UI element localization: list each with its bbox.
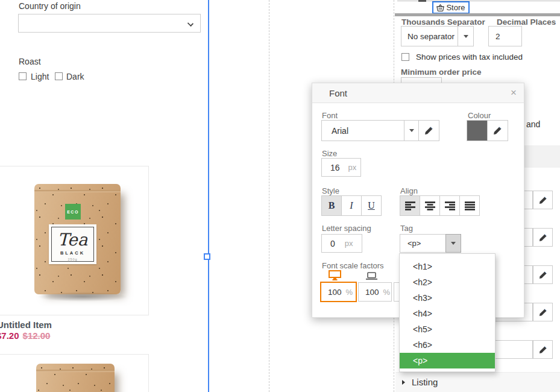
tag-select[interactable]: <p> xyxy=(400,234,446,253)
pencil-icon xyxy=(539,271,547,279)
thousands-separator-label: Thousands Separator xyxy=(401,17,485,27)
tag-option-h3[interactable]: <h3> xyxy=(400,290,495,306)
page-editor-canvas: Country of origin Roast Light Dark ECO T… xyxy=(0,0,560,392)
product-title[interactable]: Untitled Item xyxy=(0,320,52,330)
clipped-text-fragment: and xyxy=(526,119,540,129)
minimum-order-price-label: Minimum order price xyxy=(401,68,482,77)
bag-shadow xyxy=(37,292,128,302)
roast-dark-checkbox[interactable] xyxy=(55,72,63,80)
align-right-icon xyxy=(445,201,455,210)
align-label: Align xyxy=(400,186,418,195)
tag-option-h4[interactable]: <h4> xyxy=(400,306,495,321)
roast-light-checkbox[interactable] xyxy=(19,72,27,80)
country-of-origin-label: Country of origin xyxy=(19,1,81,11)
product-image-tea-bag xyxy=(36,364,115,392)
tag-option-h1[interactable]: <h1> xyxy=(400,259,495,274)
store-basket-icon xyxy=(436,4,444,11)
bag-seal xyxy=(34,190,121,192)
style-label: Style xyxy=(322,186,339,195)
product-price: $7.20 xyxy=(0,330,19,341)
align-justify-button[interactable] xyxy=(459,195,480,216)
bag-seal xyxy=(36,370,115,372)
tag-option-h2[interactable]: <h2> xyxy=(400,274,495,290)
edit-font-button[interactable] xyxy=(533,228,553,247)
edit-font-button[interactable] xyxy=(533,265,553,284)
size-label: Size xyxy=(322,149,337,158)
edit-font-button[interactable] xyxy=(533,191,553,209)
decimal-places-value: 2 xyxy=(496,32,500,41)
scale-unit: % xyxy=(383,288,391,297)
tag-option-h6[interactable]: <h6> xyxy=(400,337,495,353)
size-unit: px xyxy=(348,163,357,172)
scale-desktop-value: 100 xyxy=(328,288,342,297)
tag-value: <p> xyxy=(407,239,421,248)
align-left-icon xyxy=(405,201,415,210)
letter-spacing-input[interactable]: 0 px xyxy=(321,234,362,253)
edit-colour-button[interactable] xyxy=(487,120,508,141)
italic-button[interactable]: I xyxy=(341,195,362,216)
align-left-button[interactable] xyxy=(400,195,420,216)
tag-option-p[interactable]: <p> xyxy=(400,353,495,368)
panel-divider xyxy=(395,13,560,16)
align-center-icon xyxy=(425,201,435,210)
section-listing[interactable]: Listing xyxy=(402,377,438,387)
thousands-separator-value: No separator xyxy=(407,32,455,41)
roast-light-label: Light xyxy=(31,72,49,81)
tea-label-variant: BLACK xyxy=(52,250,93,256)
letter-spacing-value: 0 xyxy=(330,239,335,248)
underline-glyph: U xyxy=(368,200,375,211)
bold-glyph: B xyxy=(329,200,335,211)
size-value: 16 xyxy=(330,163,340,172)
align-right-button[interactable] xyxy=(439,195,460,216)
dropdown-arrow-icon xyxy=(409,129,414,132)
pencil-icon xyxy=(424,126,433,135)
tax-included-label: Show prices with tax included xyxy=(416,52,523,62)
tab-store[interactable]: Store xyxy=(432,1,470,14)
roast-label: Roast xyxy=(19,57,41,66)
italic-glyph: I xyxy=(350,200,353,211)
scale-unit: % xyxy=(346,288,353,297)
font-family-value: Arial xyxy=(332,126,348,136)
colour-swatch[interactable] xyxy=(467,120,488,141)
underline-button[interactable]: U xyxy=(361,195,382,216)
clipped-icon-fragment xyxy=(418,0,426,2)
edit-font-button[interactable] xyxy=(533,303,553,321)
listing-label: Listing xyxy=(412,377,438,387)
align-center-button[interactable] xyxy=(420,195,440,216)
size-input[interactable]: 16 px xyxy=(321,158,361,177)
edit-font-family-button[interactable] xyxy=(418,120,439,141)
pencil-icon xyxy=(539,196,547,204)
dropdown-arrow-icon xyxy=(451,242,456,245)
letter-spacing-unit: px xyxy=(345,239,353,248)
tab-store-label: Store xyxy=(446,3,465,12)
laptop-icon xyxy=(366,272,377,280)
tea-label-weight: 250g xyxy=(52,258,93,261)
decimal-places-input[interactable]: 2 xyxy=(488,26,522,46)
country-of-origin-select[interactable] xyxy=(18,14,201,33)
tax-included-checkbox[interactable] xyxy=(401,53,409,61)
thousands-separator-select[interactable]: No separator xyxy=(401,26,474,46)
dropdown-arrow-icon xyxy=(464,35,468,38)
product-old-price: $12.00 xyxy=(23,330,51,341)
tea-label: Tea BLACK 250g xyxy=(49,224,96,264)
scale-laptop-value: 100 xyxy=(365,288,379,297)
scale-desktop-input[interactable]: 100 % xyxy=(320,282,357,302)
tag-option-h5[interactable]: <h5> xyxy=(400,321,495,337)
font-family-select[interactable]: Arial xyxy=(321,120,419,141)
edit-font-button[interactable] xyxy=(533,340,553,359)
desktop-icon xyxy=(329,270,341,280)
tag-dropdown-list: <h1> <h2> <h3> <h4> <h5> <h6> <p> xyxy=(399,253,496,372)
selection-resize-handle[interactable] xyxy=(204,253,210,260)
close-icon[interactable]: × xyxy=(511,87,517,99)
layout-guide-dashed xyxy=(269,0,269,392)
eco-badge: ECO xyxy=(65,204,81,220)
bold-button[interactable]: B xyxy=(321,195,342,216)
scale-laptop-input[interactable]: 100 % xyxy=(358,282,392,302)
tag-label: Tag xyxy=(400,224,413,233)
product-price-row: $7.20$12.00 xyxy=(0,330,50,341)
pencil-icon xyxy=(539,233,547,242)
font-field-label: Font xyxy=(322,111,338,120)
chevron-down-icon xyxy=(187,21,193,27)
tag-select-arrow-button[interactable] xyxy=(445,234,461,253)
pencil-icon xyxy=(493,126,502,135)
